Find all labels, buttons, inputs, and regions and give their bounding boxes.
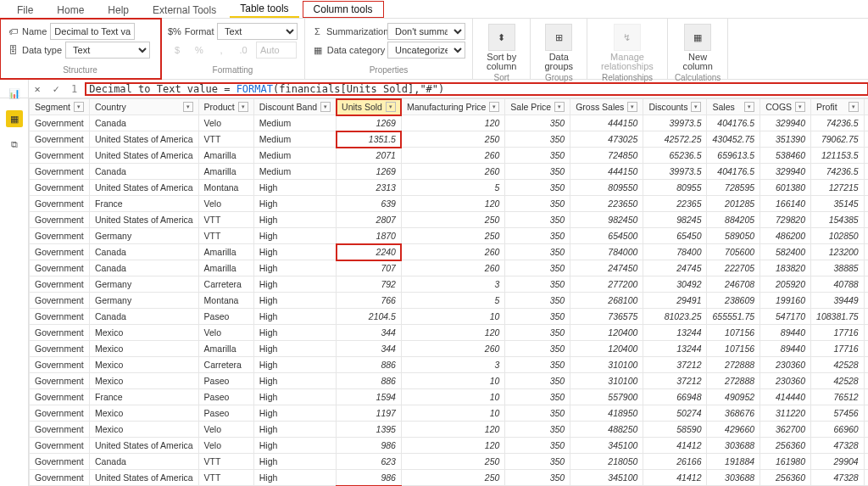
ribbon-group-formatting: $% Format Text $ % , .0 Formatting xyxy=(161,19,305,79)
summarization-label: Summarization xyxy=(326,26,384,36)
decimals-input xyxy=(256,42,297,59)
formula-accept-button[interactable]: ✓ xyxy=(49,82,63,96)
datacategory-label: Data category xyxy=(327,45,384,55)
ribbon-formatting-label: Formatting xyxy=(168,65,298,77)
format-select[interactable]: Text xyxy=(217,23,298,40)
comma-btn: , xyxy=(212,42,231,59)
tab-external-tools[interactable]: External Tools xyxy=(142,3,226,18)
sort-by-column-button[interactable]: ⬍ Sort by column xyxy=(480,22,523,73)
ribbon-group-calculations: ▦ New column Calculations xyxy=(668,19,728,79)
ribbon-group-relationships: ↯ Manage relationships Relationships xyxy=(587,19,668,79)
formula-expression[interactable]: Decimal to Text value = FORMAT(financial… xyxy=(86,83,868,95)
ribbon-group-properties: Σ Summarization Don't summarize ▦ Data c… xyxy=(305,19,473,79)
datatype-icon: 🗄 xyxy=(7,44,19,56)
currency-btn: $ xyxy=(168,42,186,59)
sigma-icon: Σ xyxy=(312,25,323,37)
ribbon-group-groups: ⊞ Data groups Groups xyxy=(531,19,587,79)
summarization-select[interactable]: Don't summarize xyxy=(387,23,465,40)
new-column-button[interactable]: ▦ New column xyxy=(675,22,721,73)
percent-btn: % xyxy=(190,42,209,59)
datatype-label: Data type xyxy=(22,45,62,55)
nav-report-view[interactable]: 📊 xyxy=(6,85,23,98)
ribbon-structure-label: Structure xyxy=(7,65,153,77)
left-nav: 📊 ▦ ⧉ xyxy=(0,80,29,98)
tab-help[interactable]: Help xyxy=(97,3,139,18)
sort-icon: ⬍ xyxy=(488,24,515,51)
tab-file[interactable]: File xyxy=(7,3,43,18)
name-label: Name xyxy=(22,26,47,36)
category-icon: ▦ xyxy=(312,44,324,56)
format-label: Format xyxy=(185,26,214,36)
decimals-btn: .0 xyxy=(234,42,253,59)
ribbon-group-structure: 🏷 Name 🗄 Data type Text Structure xyxy=(0,19,161,79)
groups-icon: ⊞ xyxy=(545,24,572,51)
datatype-select[interactable]: Text xyxy=(65,42,150,59)
column-name-input[interactable] xyxy=(50,23,135,40)
datacategory-select[interactable]: Uncategorized xyxy=(387,42,465,59)
data-groups-button[interactable]: ⊞ Data groups xyxy=(537,22,580,73)
manage-relationships-button: ↯ Manage relationships xyxy=(594,22,660,73)
new-column-icon: ▦ xyxy=(684,24,711,51)
formula-line-number: 1 xyxy=(68,83,81,95)
tab-table-tools[interactable]: Table tools xyxy=(230,1,298,18)
top-tabs: FileHomeHelpExternal ToolsTable toolsCol… xyxy=(0,0,868,19)
tab-column-tools[interactable]: Column tools xyxy=(303,1,384,18)
formula-cancel-button[interactable]: ✕ xyxy=(31,82,44,96)
tab-home[interactable]: Home xyxy=(47,3,94,18)
tag-icon: 🏷 xyxy=(7,25,19,37)
ribbon: 🏷 Name 🗄 Data type Text Structure $% For… xyxy=(0,19,868,80)
formula-bar: ✕ ✓ 1 Decimal to Text value = FORMAT(fin… xyxy=(0,80,868,98)
relationships-icon: ↯ xyxy=(614,24,641,51)
ribbon-properties-label: Properties xyxy=(312,65,465,77)
ribbon-group-sort: ⬍ Sort by column Sort xyxy=(473,19,531,79)
